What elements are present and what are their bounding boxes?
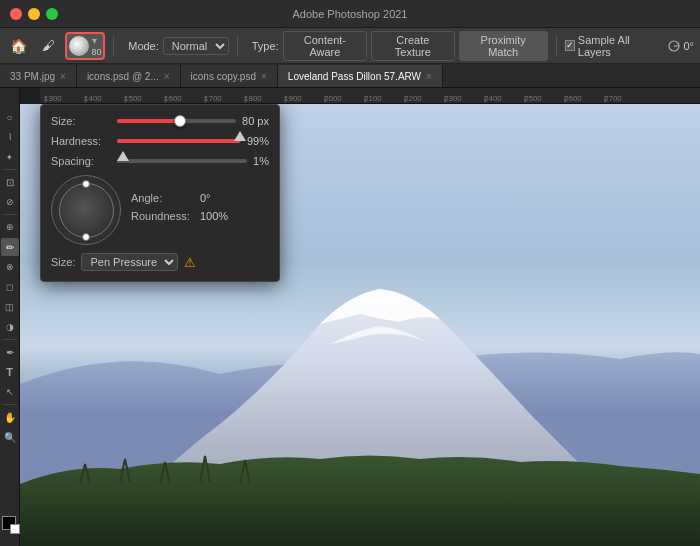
hardness-value: 99% [247,135,269,147]
hardness-slider[interactable] [117,139,241,143]
angle-icon [667,39,681,53]
angle-row: Angle: 0° [131,192,269,204]
brush-dropdown-arrow: ▾80 [92,35,102,57]
ruler-mark: 2000 [324,94,364,103]
roundness-row: Roundness: 100% [131,210,269,222]
bottom-handle[interactable] [82,233,90,241]
tool-separator [3,169,17,170]
content-aware-button[interactable]: Content-Aware [283,31,368,61]
tab-icons-copy[interactable]: icons copy.psd × [181,65,278,87]
spacing-slider[interactable] [117,159,247,163]
tool-separator-3 [3,339,17,340]
magic-wand-tool[interactable]: ✦ [1,148,19,166]
brush-size-picker[interactable]: ▾80 [65,32,105,60]
ruler-row: 1300 1400 1500 1600 1700 1800 1900 2000 … [0,88,700,104]
tab-icons-psd[interactable]: icons.psd @ 2... × [77,65,181,87]
ruler-mark: 1800 [244,94,284,103]
size-pressure-row: Size: Pen Pressure ⚠ [51,253,269,271]
brush-preview [69,36,89,56]
traffic-lights [10,8,58,20]
top-handle[interactable] [82,180,90,188]
create-texture-button[interactable]: Create Texture [371,31,454,61]
ruler-mark: 2400 [484,94,524,103]
pen-tool[interactable]: ✒ [1,343,19,361]
dodge-tool[interactable]: ◑ [1,318,19,336]
brush-tool-button[interactable]: 🖌 [35,32,60,60]
home-button[interactable]: 🏠 [6,32,31,60]
tab-33pm[interactable]: 33 PM.jpg × [0,65,77,87]
brush-inner-circle [59,183,114,238]
path-select-tool[interactable]: ↖ [1,383,19,401]
tab-close-2[interactable]: × [261,71,267,82]
ruler-mark: 2500 [524,94,564,103]
oval-select-tool[interactable]: ○ [1,108,19,126]
color-pair[interactable] [2,516,18,532]
ruler-mark: 1300 [44,94,84,103]
ruler-marks: 1300 1400 1500 1600 1700 1800 1900 2000 … [40,88,644,103]
clone-stamp-tool[interactable]: ⊗ [1,258,19,276]
roundness-label: Roundness: [131,210,196,222]
tab-close-1[interactable]: × [164,71,170,82]
brush-settings-popup: Size: 80 px Hardness: 99% Spacing: [40,104,280,282]
maximize-button[interactable] [46,8,58,20]
main-area: ○ ⌇ ✦ ⊡ ⊘ ⊕ ✏ ⊗ ◻ ◫ ◑ ✒ T ↖ ✋ 🔍 [0,104,700,546]
tool-separator-2 [3,214,17,215]
brush-shape-preview[interactable] [51,175,121,245]
lasso-tool[interactable]: ⌇ [1,128,19,146]
size-slider-fill [117,119,180,123]
eyedropper-tool[interactable]: ⊘ [1,193,19,211]
angle-value: 0° [683,40,694,52]
angle-area: 0° [667,39,694,53]
proximity-match-button[interactable]: Proximity Match [459,31,548,61]
ruler-mark: 1700 [204,94,244,103]
canvas-area[interactable]: Size: 80 px Hardness: 99% Spacing: [20,104,700,546]
title-bar: Adobe Photoshop 2021 [0,0,700,28]
sample-all-layers-checkbox[interactable]: ✓ [565,40,575,51]
toolbar-separator-2 [237,36,238,56]
ruler-mark: 2700 [604,94,644,103]
hardness-label: Hardness: [51,135,111,147]
sample-all-layers-label: Sample All Layers [578,34,658,58]
healing-brush-tool[interactable]: ⊕ [1,218,19,236]
tool-separator-4 [3,404,17,405]
mode-label: Mode: [128,40,159,52]
sample-all-layers-checkbox-area[interactable]: ✓ Sample All Layers [565,34,658,58]
size-slider[interactable] [117,119,236,123]
hardness-slider-fill [117,139,240,143]
hardness-row: Hardness: 99% [51,135,269,147]
brush-shape-section: Angle: 0° Roundness: 100% [51,175,269,245]
hardness-slider-thumb[interactable] [234,131,246,141]
size-row: Size: 80 px [51,115,269,127]
mode-select[interactable]: Normal [163,37,229,55]
spacing-slider-thumb[interactable] [117,151,129,161]
warning-icon: ⚠ [184,255,196,270]
app-title: Adobe Photoshop 2021 [293,8,408,20]
size-label: Size: [51,115,111,127]
eraser-tool[interactable]: ◻ [1,278,19,296]
pen-pressure-select[interactable]: Pen Pressure [81,253,178,271]
type-label: Type: [252,40,279,52]
tab-loveland[interactable]: Loveland Pass Dillon 57.ARW × [278,65,443,87]
hand-tool[interactable]: ✋ [1,408,19,426]
size-slider-thumb[interactable] [174,115,186,127]
type-tool[interactable]: T [1,363,19,381]
crop-tool[interactable]: ⊡ [1,173,19,191]
horizontal-ruler: 1300 1400 1500 1600 1700 1800 1900 2000 … [40,88,700,104]
angle-label: Angle: [131,192,196,204]
angle-roundness-section: Angle: 0° Roundness: 100% [131,192,269,228]
spacing-row: Spacing: 1% [51,155,269,167]
size-bottom-label: Size: [51,256,75,268]
ruler-mark: 2200 [404,94,444,103]
tab-close-3[interactable]: × [426,71,432,82]
ruler-mark: 1900 [284,94,324,103]
left-toolbar: ○ ⌇ ✦ ⊡ ⊘ ⊕ ✏ ⊗ ◻ ◫ ◑ ✒ T ↖ ✋ 🔍 [0,104,20,546]
gradient-tool[interactable]: ◫ [1,298,19,316]
zoom-tool[interactable]: 🔍 [1,428,19,446]
tab-close-0[interactable]: × [60,71,66,82]
background-color[interactable] [10,524,20,534]
ruler-mark: 1500 [124,94,164,103]
brush-tool[interactable]: ✏ [1,238,19,256]
roundness-display: 100% [200,210,228,222]
close-button[interactable] [10,8,22,20]
minimize-button[interactable] [28,8,40,20]
